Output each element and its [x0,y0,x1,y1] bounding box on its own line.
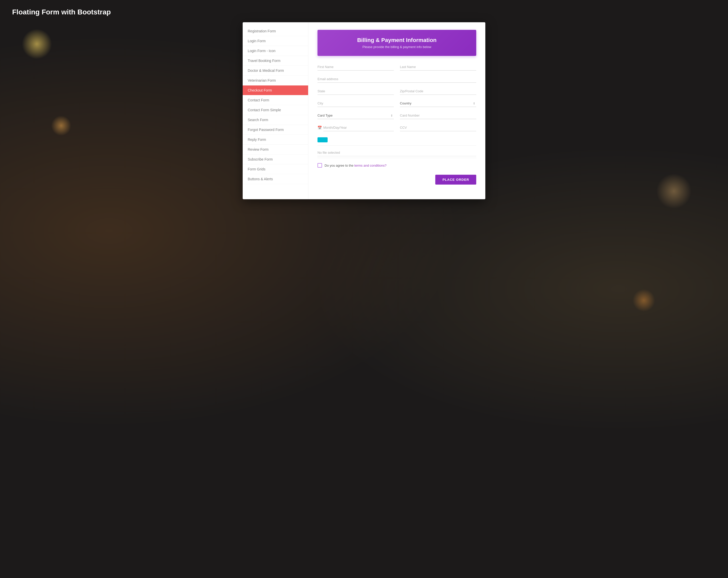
sidebar-item-reply-form[interactable]: Reply Form [243,135,308,145]
name-row [317,64,476,71]
terms-checkbox[interactable] [317,163,322,168]
date-ccv-row: 📅 [317,124,476,131]
sidebar-item-checkout-form[interactable]: Checkout Form [243,85,308,95]
calendar-icon: 📅 [317,126,322,130]
card-row: Card Type VisaMasterCardAmerican Express… [317,112,476,119]
sidebar-item-form-grids[interactable]: Form Grids [243,165,308,174]
terms-text: Do you agree to the terms and conditions… [324,164,387,167]
sidebar-item-veterinarian-form[interactable]: Veterinarian Form [243,76,308,85]
email-row [317,76,476,83]
card-type-select[interactable]: Card Type VisaMasterCardAmerican Express… [317,112,394,119]
date-group: 📅 [317,124,394,131]
sidebar: Registration FormLogin FormLogin Form - … [243,22,308,199]
first-name-group [317,64,394,71]
city-input[interactable] [317,100,394,107]
sidebar-item-doctor-medical-form[interactable]: Doctor & Medical Form [243,66,308,76]
sidebar-item-registration-form[interactable]: Registration Form [243,26,308,36]
city-group [317,100,394,107]
ccv-group [400,124,476,131]
sidebar-item-forgot-password-form[interactable]: Forgot Password Form [243,125,308,135]
country-select[interactable]: Country United StatesUnited KingdomCanad… [400,100,476,107]
form-header-subtitle: Please provide the billing & payment inf… [322,45,471,49]
form-header: Billing & Payment Information Please pro… [317,30,476,56]
place-order-button[interactable]: PLACE ORDER [435,175,476,184]
form-header-title: Billing & Payment Information [322,37,471,44]
sidebar-item-contact-form-simple[interactable]: Contact Form Simple [243,105,308,115]
country-group: Country United StatesUnited KingdomCanad… [400,100,476,107]
first-name-input[interactable] [317,64,394,71]
file-upload-section: No file selected [317,136,476,158]
last-name-input[interactable] [400,64,476,71]
sidebar-item-search-form[interactable]: Search Form [243,115,308,125]
sidebar-item-buttons-alerts[interactable]: Buttons & Alerts [243,174,308,184]
choose-file-button[interactable] [317,137,328,142]
page-title: Floating Form with Bootstrap [12,8,716,16]
main-container: Registration FormLogin FormLogin Form - … [243,22,485,199]
submit-row: PLACE ORDER [317,175,476,184]
sidebar-item-login-form-icon[interactable]: Login Form - Icon [243,46,308,56]
state-zip-row [317,88,476,95]
city-country-row: Country United StatesUnited KingdomCanad… [317,100,476,107]
date-input[interactable] [323,124,394,131]
sidebar-item-review-form[interactable]: Review Form [243,145,308,154]
main-content: Billing & Payment Information Please pro… [308,22,485,199]
file-label: No file selected [317,151,476,156]
page-header: Floating Form with Bootstrap [0,0,728,22]
email-group [317,76,476,83]
zip-input[interactable] [400,88,476,95]
sidebar-item-login-form[interactable]: Login Form [243,36,308,46]
sidebar-item-subscribe-form[interactable]: Subscribe Form [243,154,308,165]
ccv-input[interactable] [400,124,476,131]
state-group [317,88,394,95]
card-type-group: Card Type VisaMasterCardAmerican Express… [317,112,394,119]
zip-group [400,88,476,95]
terms-row: Do you agree to the terms and conditions… [317,163,476,168]
terms-link[interactable]: terms and conditions? [355,164,387,167]
card-number-input[interactable] [400,112,476,119]
email-input[interactable] [317,76,476,83]
sidebar-item-travel-booking-form[interactable]: Travel Booking Form [243,56,308,66]
last-name-group [400,64,476,71]
state-input[interactable] [317,88,394,95]
card-number-group [400,112,476,119]
sidebar-item-contact-form[interactable]: Contact Form [243,95,308,105]
